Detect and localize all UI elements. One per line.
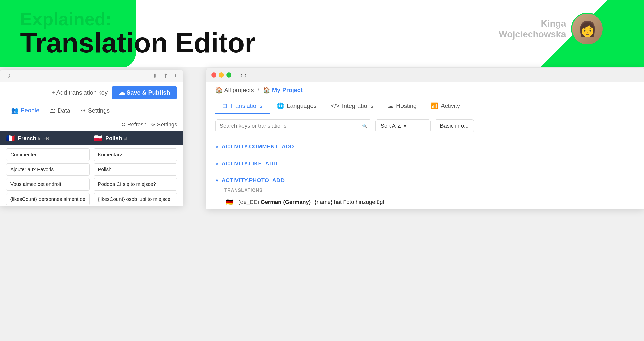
back-button[interactable]: ‹ xyxy=(240,71,243,79)
chevron-right-icon: ∧ xyxy=(215,161,219,166)
chevron-right-icon: ∧ xyxy=(215,144,219,149)
fr-input-3[interactable] xyxy=(6,193,90,205)
key-expanded-content: TRANSLATIONS 🇩🇪 (de_DE) German (Germany)… xyxy=(215,188,635,209)
divider xyxy=(215,155,635,155)
table-row xyxy=(6,163,177,176)
refresh-button[interactable]: ↻ Refresh xyxy=(121,121,146,128)
add-translation-key-button[interactable]: + Add translation key xyxy=(51,89,107,96)
header-banner: Explained: Translation Editor Kinga Wojc… xyxy=(0,0,644,67)
tab-hosting[interactable]: ☁ Hosting xyxy=(381,98,424,114)
left-titlebar: ↺ ⬇ ⬆ + xyxy=(0,70,183,82)
fr-input-2[interactable] xyxy=(6,178,90,191)
translations-icon: ⊞ xyxy=(222,102,227,109)
basic-info-button[interactable]: Basic info... xyxy=(435,119,474,132)
table-row xyxy=(6,178,177,191)
mac-titlebar: ‹ › xyxy=(206,68,644,82)
settings-button[interactable]: ⚙ Settings xyxy=(151,121,177,128)
tab-data[interactable]: 🗃 Data xyxy=(45,103,75,118)
window-controls xyxy=(211,72,231,78)
current-project: My Project xyxy=(272,87,302,93)
refresh-spin-icon: ↻ xyxy=(121,121,126,128)
breadcrumb: 🏠 All projects / 🏠 My Project xyxy=(206,82,644,98)
maximize-button[interactable] xyxy=(226,72,231,78)
columns-header: 🇫🇷 French fr_FR 🇵🇱 Polish pl xyxy=(0,131,183,145)
left-window: ↺ ⬇ ⬆ + + Add translation key ☁ Save & P… xyxy=(0,70,183,206)
french-column-header: 🇫🇷 French fr_FR xyxy=(6,134,90,142)
app-tabs: ⊞ Translations 🌐 Languages </> Integrati… xyxy=(206,98,644,114)
tab-activity[interactable]: 📶 Activity xyxy=(424,98,467,114)
tab-integrations[interactable]: </> Integrations xyxy=(324,98,381,114)
key-group-photo-add: ∨ ACTIVITY.PHOTO_ADD TRANSLATIONS 🇩🇪 (de… xyxy=(215,173,635,209)
close-button[interactable] xyxy=(211,72,216,78)
project-icon: 🏠 xyxy=(263,87,270,93)
pl-input-0[interactable] xyxy=(94,148,177,161)
translations-label: TRANSLATIONS xyxy=(224,188,626,193)
key-group-header[interactable]: ∧ ACTIVITY.LIKE_ADD xyxy=(215,156,635,171)
all-projects-link[interactable]: All projects xyxy=(224,87,254,93)
minimize-button[interactable] xyxy=(219,72,224,78)
add-tab-icon[interactable]: + xyxy=(174,73,177,79)
sort-dropdown[interactable]: Sort A-Z ▾ xyxy=(375,119,431,132)
search-icon: 🔍 xyxy=(362,124,367,128)
search-input[interactable] xyxy=(220,123,359,129)
explained-label: Explained: xyxy=(20,10,255,28)
nav-arrows: ‹ › xyxy=(240,71,247,79)
german-translation-value: {name} hat Foto hinzugefügt xyxy=(315,199,384,205)
tab-settings[interactable]: ⚙ Settings xyxy=(75,103,115,118)
fr-input-0[interactable] xyxy=(6,148,90,161)
left-toolbar: + Add translation key ☁ Save & Publish xyxy=(0,82,183,103)
page-title: Translation Editor xyxy=(20,28,255,57)
avatar: 👩 xyxy=(571,13,604,45)
german-lang-code: (de_DE) German (Germany) xyxy=(238,199,311,205)
user-profile: Kinga Wojciechowska 👩 xyxy=(499,13,604,45)
pl-input-3[interactable] xyxy=(94,193,177,205)
french-flag: 🇫🇷 xyxy=(6,134,15,142)
fr-input-1[interactable] xyxy=(6,163,90,176)
left-nav-tabs: 👥 People 🗃 Data ⚙ Settings xyxy=(0,103,183,118)
tab-languages[interactable]: 🌐 Languages xyxy=(270,98,324,114)
chevron-down-icon: ∨ xyxy=(215,178,219,183)
translation-rows xyxy=(0,145,183,206)
tab-people[interactable]: 👥 People xyxy=(6,103,45,118)
gear-icon: ⚙ xyxy=(151,121,156,128)
pl-input-2[interactable] xyxy=(94,178,177,191)
search-box: 🔍 xyxy=(215,119,371,132)
key-group-like-add: ∧ ACTIVITY.LIKE_ADD xyxy=(215,156,635,171)
key-group-header[interactable]: ∧ ACTIVITY.COMMENT_ADD xyxy=(215,139,635,154)
globe-icon: 🌐 xyxy=(277,102,284,109)
people-icon: 👥 xyxy=(11,107,19,114)
tab-translations[interactable]: ⊞ Translations xyxy=(215,98,270,114)
polish-column-header: 🇵🇱 Polish pl xyxy=(94,134,177,142)
code-icon: </> xyxy=(331,102,340,109)
chevron-down-icon: ▾ xyxy=(404,123,406,129)
home-icon: 🏠 xyxy=(215,87,223,93)
table-row xyxy=(6,193,177,205)
divider xyxy=(215,172,635,172)
settings-icon: ⚙ xyxy=(80,107,86,114)
polish-flag: 🇵🇱 xyxy=(94,134,102,142)
save-publish-button[interactable]: ☁ Save & Publish xyxy=(112,86,177,99)
username: Kinga Wojciechowska xyxy=(499,18,566,40)
activity-icon: 📶 xyxy=(431,102,438,109)
list-item: 🇩🇪 (de_DE) German (Germany) {name} hat F… xyxy=(224,197,626,207)
key-group-comment-add: ∧ ACTIVITY.COMMENT_ADD xyxy=(215,139,635,154)
forward-button[interactable]: › xyxy=(245,71,247,79)
sub-toolbar: ↻ Refresh ⚙ Settings xyxy=(0,118,183,131)
cloud-icon: ☁ xyxy=(388,102,394,109)
refresh-icon[interactable]: ↺ xyxy=(6,73,11,79)
download-icon[interactable]: ⬇ xyxy=(153,73,157,79)
share-icon[interactable]: ⬆ xyxy=(163,73,168,79)
search-row: 🔍 Sort A-Z ▾ Basic info... xyxy=(206,114,644,137)
right-window: ‹ › 🏠 All projects / 🏠 My Project ⊞ Tran… xyxy=(206,68,644,209)
table-row xyxy=(6,148,177,161)
data-icon: 🗃 xyxy=(50,107,56,114)
breadcrumb-separator: / xyxy=(257,87,259,93)
german-flag: 🇩🇪 xyxy=(224,197,234,207)
keys-list: ∧ ACTIVITY.COMMENT_ADD ∧ ACTIVITY.LIKE_A… xyxy=(206,137,644,209)
pl-input-1[interactable] xyxy=(94,163,177,176)
key-group-header[interactable]: ∨ ACTIVITY.PHOTO_ADD xyxy=(215,173,635,188)
